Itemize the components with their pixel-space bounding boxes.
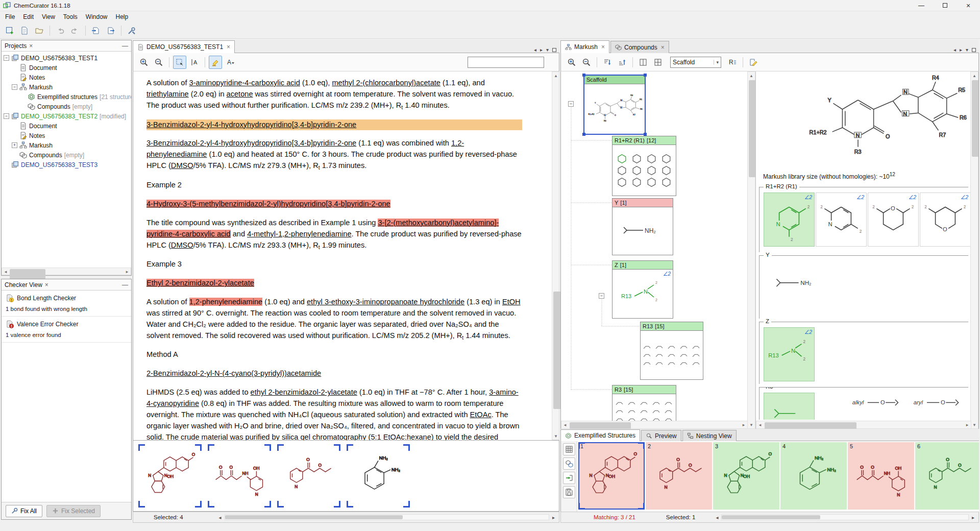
save-structures-button[interactable]	[563, 486, 575, 498]
tree-node-r3[interactable]: R3[15]	[612, 385, 676, 421]
close-icon[interactable]: ×	[45, 281, 48, 288]
fragment-thumb[interactable]	[615, 400, 625, 407]
r1r2-option-1[interactable]: ∠2 N22	[764, 192, 815, 247]
tree-item[interactable]: Document	[2, 63, 131, 73]
fragment-thumb[interactable]	[679, 352, 689, 359]
nav-left-icon[interactable]: ◂	[953, 47, 956, 53]
fragment-thumb[interactable]	[630, 177, 643, 188]
r3-fragment-alkyl[interactable]: alkylO	[851, 396, 909, 417]
fragment-thumb[interactable]	[651, 400, 662, 407]
menu-edit[interactable]: Edit	[19, 12, 38, 22]
open-button[interactable]	[33, 24, 46, 37]
r1r2-option-3[interactable]: ∠2 O22	[868, 192, 919, 247]
export-button[interactable]	[104, 24, 117, 37]
sort-descending-button[interactable]	[601, 56, 614, 69]
tab-nesting-view[interactable]: Nesting View	[682, 430, 737, 441]
checker-item[interactable]: Valence Error Checker1 valence error fou…	[2, 317, 131, 343]
fragment-thumb[interactable]	[616, 165, 628, 176]
tree-expander-icon[interactable]: −	[599, 293, 604, 299]
tree-item[interactable]: DEMO_US6756383_TEST3	[2, 160, 131, 170]
maximize-button[interactable]	[933, 0, 957, 11]
scroll-left-icon[interactable]: ◂	[561, 421, 569, 428]
new-document-button[interactable]	[18, 24, 31, 37]
fix-all-button[interactable]: Fix All	[6, 505, 42, 517]
nav-right-icon[interactable]: ▸	[540, 47, 543, 53]
markush-detail-v-scrollbar[interactable]: ▴ ▾	[970, 71, 978, 429]
view-mode-select[interactable]: Scaffold ▾	[670, 57, 721, 68]
fragment-thumb[interactable]	[642, 344, 652, 351]
structure-card-6[interactable]: 6 O O N	[915, 442, 979, 510]
cards-h-scrollbar[interactable]	[721, 514, 969, 520]
rgroup-view-button[interactable]: R	[726, 56, 739, 69]
highlight-tool[interactable]	[209, 56, 222, 69]
undo-button[interactable]	[54, 24, 67, 37]
fragment-thumb[interactable]	[654, 344, 665, 351]
fragment-thumb[interactable]	[630, 165, 643, 176]
fragment-thumb[interactable]	[615, 416, 625, 421]
minimize-button[interactable]: —	[910, 0, 933, 11]
structure-select-tool[interactable]	[173, 56, 186, 69]
tree-item[interactable]: +Markush	[2, 140, 131, 150]
fragment-thumb[interactable]	[639, 416, 649, 421]
tree-expander-icon[interactable]: +	[12, 142, 17, 148]
close-button[interactable]: ×	[957, 0, 980, 11]
fragment-thumb[interactable]	[615, 408, 625, 415]
tab-list-icon[interactable]: ▾	[966, 47, 968, 53]
zoom-in-button[interactable]	[137, 56, 151, 69]
markush-tree-h-scrollbar[interactable]: ◂ ▸	[561, 421, 748, 429]
tree-item[interactable]: Notes	[2, 131, 131, 140]
tab-exemplified-structures[interactable]: Exemplified Structures	[560, 429, 640, 441]
tab-close-icon[interactable]: ×	[661, 44, 665, 51]
tree-item[interactable]: Compounds[empty]	[2, 150, 131, 160]
fragment-thumb[interactable]	[691, 344, 701, 351]
edit-structure-button[interactable]	[747, 56, 760, 69]
close-icon[interactable]: ×	[29, 42, 33, 50]
tab-markush[interactable]: Markush ×	[560, 40, 609, 53]
fragment-thumb[interactable]	[645, 165, 658, 176]
minimize-icon[interactable]: —	[122, 42, 128, 50]
fragment-thumb[interactable]	[660, 177, 673, 188]
import-button[interactable]	[89, 24, 103, 37]
r1r2-option-2[interactable]: ∠2 N22	[816, 192, 867, 247]
tree-item[interactable]: Exemplified structures[21 structures]	[2, 92, 131, 102]
markush-tree-v-scrollbar[interactable]: ▴ ▾	[747, 71, 755, 429]
fragment-thumb[interactable]	[642, 360, 652, 367]
maximize-panel-icon[interactable]	[972, 48, 976, 52]
fragment-thumb[interactable]	[627, 400, 637, 407]
scroll-right-icon[interactable]: ▸	[552, 515, 555, 520]
fragment-thumb[interactable]	[630, 153, 643, 164]
scroll-right-icon[interactable]: ▸	[740, 421, 747, 428]
tab-close-icon[interactable]: ×	[227, 43, 230, 51]
tree-node-y[interactable]: Y[1] NH₂	[612, 198, 673, 255]
font-tool[interactable]: A	[224, 56, 237, 69]
scroll-up-icon[interactable]: ▴	[971, 72, 978, 79]
scroll-left-icon[interactable]: ◂	[2, 268, 9, 275]
fragment-thumb[interactable]	[691, 352, 701, 359]
fragment-thumb[interactable]	[664, 416, 674, 421]
fragment-thumb[interactable]	[691, 360, 701, 367]
tree-item[interactable]: Notes	[2, 73, 131, 82]
structure-card-4[interactable]: 4 NH₂ NH₂	[780, 442, 847, 510]
scroll-right-icon[interactable]: ▸	[124, 268, 131, 275]
fragment-thumb[interactable]	[639, 400, 649, 407]
tab-document[interactable]: DEMO_US6756383_TEST1 ×	[133, 40, 235, 53]
structure-thumb-2[interactable]: OO NH OH N	[208, 444, 271, 508]
structure-card-5[interactable]: 5 OO NH OH N	[848, 442, 914, 510]
scroll-down-icon[interactable]: ▾	[552, 432, 559, 440]
scroll-right-icon[interactable]: ▸	[964, 421, 971, 428]
fragment-thumb[interactable]	[627, 416, 637, 421]
r3-fragment-1[interactable]	[764, 393, 815, 420]
tree-node-scaffold[interactable]: Scaffold	[583, 75, 646, 135]
menu-view[interactable]: View	[38, 12, 59, 22]
sort-ascending-button[interactable]	[616, 56, 629, 69]
tools-button[interactable]	[125, 24, 138, 37]
zoom-in-button[interactable]	[565, 56, 578, 69]
document-view[interactable]: A solution of 3-aminopyridine-4-carboxyl…	[133, 71, 559, 440]
import-structures-button[interactable]	[563, 472, 575, 484]
structure-thumb-3[interactable]: O O N	[277, 444, 340, 508]
r1r2-option-4[interactable]: ∠2 O22	[920, 192, 971, 247]
fragment-thumb[interactable]	[660, 153, 673, 164]
redo-button[interactable]	[68, 24, 82, 37]
scroll-up-icon[interactable]: ▴	[552, 72, 559, 79]
zoom-out-button[interactable]	[580, 56, 593, 69]
